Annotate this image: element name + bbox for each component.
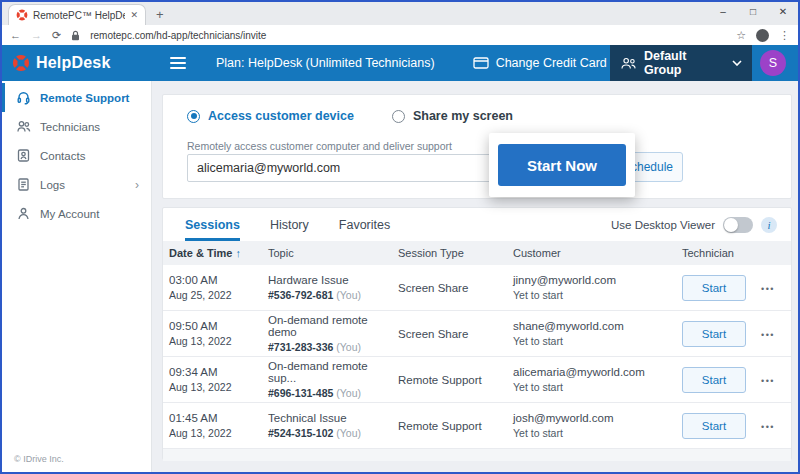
cell-topic: Hardware Issue #536-792-681 (You)	[268, 274, 398, 301]
info-icon[interactable]: i	[761, 217, 777, 233]
radio-selected-icon	[187, 110, 200, 123]
column-date-time[interactable]: Date & Time↑	[169, 247, 268, 259]
main-content: Access customer device Share my screen R…	[152, 81, 798, 472]
start-now-callout: Start Now	[489, 133, 635, 197]
remotepc-favicon-icon	[16, 9, 28, 21]
browser-tab[interactable]: RemotePC™ HelpDesk - Remote ✕	[8, 4, 146, 25]
browser-menu-icon[interactable]: ⋮	[779, 29, 790, 42]
sidebar-item-label: Remote Support	[40, 92, 129, 104]
radio-share-label: Share my screen	[413, 109, 513, 123]
sidebar-item-remote-support[interactable]: Remote Support	[2, 83, 151, 112]
desktop-viewer-label: Use Desktop Viewer	[611, 219, 715, 231]
cell-session-type: Screen Share	[398, 328, 513, 340]
bookmark-star-icon[interactable]: ☆	[736, 29, 746, 42]
url-text[interactable]: remotepc.com/hd-app/technicians/invite	[90, 30, 726, 41]
person-icon	[16, 206, 31, 221]
change-credit-card-button[interactable]: Change Credit Card	[473, 56, 607, 70]
radio-access-label: Access customer device	[208, 109, 354, 123]
contacts-icon	[16, 148, 31, 163]
browser-url-bar: ← → ⟳ remotepc.com/hd-app/technicians/in…	[2, 25, 798, 45]
desktop-viewer-control: Use Desktop Viewer i	[611, 217, 777, 233]
lifebuoy-icon	[12, 54, 30, 72]
sidebar-item-label: My Account	[40, 208, 99, 220]
sort-asc-icon: ↑	[235, 247, 241, 259]
browser-tab-strip: RemotePC™ HelpDesk - Remote ✕ + – □ ✕	[2, 2, 798, 25]
cell-topic: On-demand remote sup... #696-131-485 (Yo…	[268, 360, 398, 399]
sidebar-item-label: Contacts	[40, 150, 85, 162]
tab-favorites[interactable]: Favorites	[339, 208, 390, 241]
start-now-button[interactable]: Start Now	[498, 144, 626, 186]
plan-label: Plan: HelpDesk (Unlimited Technicians)	[216, 56, 435, 70]
back-icon[interactable]: ←	[10, 29, 21, 41]
helpdesk-logo[interactable]: HelpDesk	[2, 54, 152, 72]
sidebar-item-technicians[interactable]: Technicians	[2, 112, 151, 141]
sessions-tabs: Sessions History Favorites Use Desktop V…	[163, 208, 791, 241]
radio-access-customer-device[interactable]: Access customer device	[187, 109, 354, 123]
table-header: Date & Time↑ Topic Session Type Customer…	[163, 241, 791, 265]
start-session-button[interactable]: Start	[682, 413, 746, 439]
sidebar-item-logs[interactable]: Logs ›	[2, 170, 151, 199]
cell-datetime: 09:50 AM Aug 13, 2022	[169, 320, 268, 347]
sidebar-item-my-account[interactable]: My Account	[2, 199, 151, 228]
maximize-icon[interactable]: □	[738, 2, 768, 24]
tab-title: RemotePC™ HelpDesk - Remote	[33, 10, 125, 21]
tab-sessions[interactable]: Sessions	[185, 208, 240, 241]
table-row: 01:45 AM Aug 13, 2022 Technical Issue #5…	[163, 403, 791, 449]
cell-datetime: 09:34 AM Aug 13, 2022	[169, 366, 268, 393]
sidebar: Remote Support Technicians Contacts	[2, 81, 152, 472]
row-menu-icon[interactable]: •••	[761, 284, 775, 294]
credit-card-icon	[473, 57, 489, 69]
table-row: 09:34 AM Aug 13, 2022 On-demand remote s…	[163, 357, 791, 403]
copyright-text: © IDrive Inc.	[14, 454, 64, 464]
start-session-button[interactable]: Start	[682, 367, 746, 393]
row-menu-icon[interactable]: •••	[761, 422, 775, 432]
table-footer-strip	[163, 449, 791, 461]
new-tab-button[interactable]: +	[156, 7, 164, 22]
app-header: HelpDesk Plan: HelpDesk (Unlimited Techn…	[2, 45, 798, 81]
browser-profile-avatar[interactable]	[756, 29, 769, 42]
column-session-type[interactable]: Session Type	[398, 247, 513, 259]
hamburger-menu-icon[interactable]	[170, 57, 186, 69]
minimize-icon[interactable]: –	[708, 2, 738, 24]
window-controls: – □ ✕	[708, 2, 798, 24]
tab-history[interactable]: History	[270, 208, 309, 241]
sessions-card: Sessions History Favorites Use Desktop V…	[162, 207, 792, 460]
cell-session-type: Remote Support	[398, 374, 513, 386]
row-menu-icon[interactable]: •••	[761, 376, 775, 386]
radio-share-my-screen[interactable]: Share my screen	[392, 109, 513, 123]
refresh-icon[interactable]: ⟳	[52, 29, 61, 42]
cell-customer: alicemaria@myworld.com Yet to start	[513, 366, 682, 393]
tab-close-icon[interactable]: ✕	[130, 10, 138, 20]
cell-topic: Technical Issue #524-315-102 (You)	[268, 412, 398, 439]
chevron-down-icon	[732, 60, 742, 66]
sidebar-item-contacts[interactable]: Contacts	[2, 141, 151, 170]
form-helper-text: Remotely access customer computer and de…	[187, 140, 452, 152]
close-icon[interactable]: ✕	[768, 2, 798, 24]
column-topic[interactable]: Topic	[268, 247, 398, 259]
table-row: 09:50 AM Aug 13, 2022 On-demand remote d…	[163, 311, 791, 357]
logs-icon	[16, 177, 31, 192]
start-session-button[interactable]: Start	[682, 321, 746, 347]
lock-icon	[71, 30, 80, 41]
group-selector[interactable]: Default Group	[610, 45, 752, 81]
cell-datetime: 01:45 AM Aug 13, 2022	[169, 412, 268, 439]
sidebar-item-label: Technicians	[40, 121, 100, 133]
radio-unselected-icon	[392, 110, 405, 123]
row-menu-icon[interactable]: •••	[761, 330, 775, 340]
group-label: Default Group	[644, 49, 725, 77]
table-row: 03:00 AM Aug 25, 2022 Hardware Issue #53…	[163, 265, 791, 311]
column-customer[interactable]: Customer	[513, 247, 682, 259]
column-technician[interactable]: Technician	[682, 247, 761, 259]
sidebar-item-label: Logs	[40, 179, 65, 191]
change-credit-card-label: Change Credit Card	[496, 56, 607, 70]
headset-icon	[16, 90, 31, 105]
cell-session-type: Remote Support	[398, 420, 513, 432]
start-session-button[interactable]: Start	[682, 275, 746, 301]
session-form-card: Access customer device Share my screen R…	[162, 94, 792, 199]
browser-window: RemotePC™ HelpDesk - Remote ✕ + – □ ✕ ← …	[0, 0, 800, 474]
group-icon	[620, 57, 637, 70]
desktop-viewer-toggle[interactable]	[723, 217, 753, 233]
forward-icon: →	[31, 29, 42, 41]
session-mode-radios: Access customer device Share my screen	[187, 109, 513, 123]
user-avatar[interactable]: S	[760, 50, 786, 76]
